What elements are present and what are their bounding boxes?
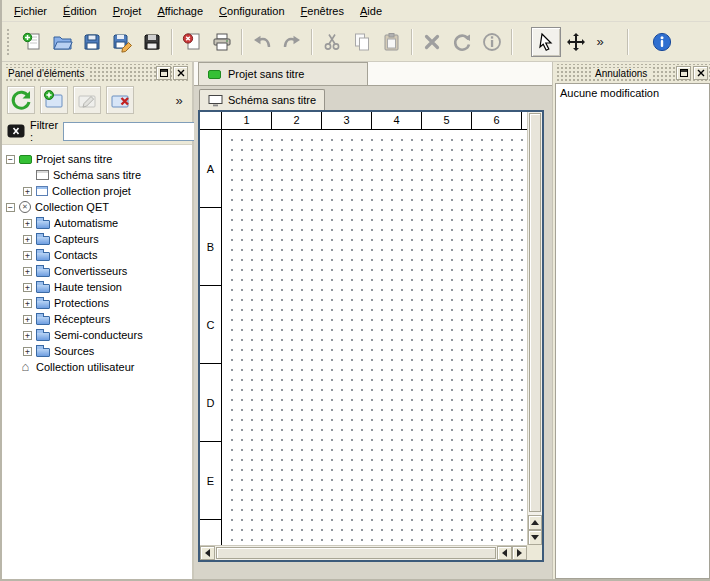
new-element-button[interactable] — [40, 86, 68, 114]
toolbar-overflow-button[interactable]: » — [591, 27, 609, 57]
tree-expander[interactable]: + — [23, 251, 32, 260]
save-all-button[interactable] — [137, 27, 167, 57]
save-as-button[interactable] — [107, 27, 137, 57]
select-tool-button[interactable] — [531, 27, 561, 57]
tree-item-label[interactable]: Schéma sans titre — [53, 169, 141, 181]
tree-expander[interactable]: + — [23, 267, 32, 276]
tree-item-label[interactable]: Protections — [54, 297, 109, 309]
tree-expander[interactable]: − — [6, 155, 15, 164]
about-button[interactable] — [647, 27, 677, 57]
vertical-scrollbar[interactable] — [527, 112, 542, 545]
filter-input[interactable] — [63, 122, 213, 141]
clear-filter-button[interactable] — [7, 123, 25, 139]
tree-item-label[interactable]: Sources — [54, 345, 94, 357]
conductor-info-button[interactable] — [477, 27, 507, 57]
tree-item[interactable]: + Récepteurs — [2, 311, 192, 327]
paste-button[interactable] — [377, 27, 407, 57]
tree-item-label[interactable]: Convertisseurs — [54, 265, 127, 277]
tree-item[interactable]: − Collection QET — [2, 199, 192, 215]
menu-item[interactable]: Aide — [352, 2, 390, 20]
scroll-up-button[interactable] — [528, 515, 542, 530]
menu-item[interactable]: Affichage — [149, 2, 211, 20]
tree-item[interactable]: + Collection projet — [2, 183, 192, 199]
tree-expander[interactable]: + — [23, 347, 32, 356]
tree-item-label[interactable]: Collection QET — [35, 201, 109, 213]
menu-item[interactable]: Projet — [105, 2, 150, 20]
tree-expander[interactable]: + — [23, 315, 32, 324]
undo-panel-titlebar[interactable]: Annulations — [555, 64, 710, 82]
close-panel-button[interactable] — [173, 66, 188, 80]
redo-button[interactable] — [277, 27, 307, 57]
scroll-left-button[interactable] — [200, 546, 215, 560]
tree-expander[interactable]: + — [23, 187, 32, 196]
tree-item-label[interactable]: Automatisme — [54, 217, 118, 229]
tree-item[interactable]: Collection utilisateur — [2, 359, 192, 375]
clear-filter-icon — [7, 124, 25, 138]
tree-item-label[interactable]: Haute tension — [54, 281, 122, 293]
tree-item-label[interactable]: Collection utilisateur — [36, 361, 134, 373]
tree-item[interactable]: + Automatisme — [2, 215, 192, 231]
tree-item[interactable]: + Protections — [2, 295, 192, 311]
tree-item[interactable]: + Convertisseurs — [2, 263, 192, 279]
tree-item[interactable]: − Projet sans titre — [2, 151, 192, 167]
edit-element-icon — [75, 88, 99, 112]
project-tab[interactable]: Projet sans titre — [198, 62, 368, 85]
project-tabbar: Projet sans titre — [194, 62, 552, 86]
tree-item[interactable]: + Capteurs — [2, 231, 192, 247]
tree-expander[interactable]: + — [23, 219, 32, 228]
scroll-right-button[interactable] — [512, 546, 527, 560]
tree-expander[interactable]: − — [6, 203, 15, 212]
cut-button[interactable] — [317, 27, 347, 57]
schema-tab[interactable]: Schéma sans titre — [199, 89, 325, 110]
elements-panel-titlebar[interactable]: Panel d'éléments — [4, 64, 190, 82]
tree-expander[interactable]: + — [23, 283, 32, 292]
tree-item-label[interactable]: Collection projet — [52, 185, 131, 197]
tree-item-label[interactable]: Semi-conducteurs — [54, 329, 143, 341]
diagram-canvas[interactable] — [223, 131, 527, 545]
tree-item-label[interactable]: Projet sans titre — [36, 153, 112, 165]
edit-element-button[interactable] — [73, 86, 101, 114]
horizontal-scrollbar-thumb[interactable] — [216, 547, 496, 559]
menu-item[interactable]: Fenêtres — [293, 2, 352, 20]
copy-button[interactable] — [347, 27, 377, 57]
tree-expander[interactable]: + — [23, 299, 32, 308]
delete-button[interactable] — [417, 27, 447, 57]
open-file-button[interactable] — [47, 27, 77, 57]
close-file-button[interactable] — [177, 27, 207, 57]
toolbar-grip[interactable] — [7, 29, 12, 55]
horizontal-scrollbar[interactable] — [200, 545, 527, 560]
float-panel-button[interactable] — [676, 66, 691, 80]
scroll-down-button[interactable] — [528, 530, 542, 545]
delete-element-button[interactable] — [106, 86, 134, 114]
reload-collections-icon — [9, 88, 33, 112]
main-toolbar: » — [2, 22, 710, 62]
tree-item[interactable]: + Haute tension — [2, 279, 192, 295]
tree-item-label[interactable]: Récepteurs — [54, 313, 110, 325]
reload-collections-button[interactable] — [7, 86, 35, 114]
tree-item[interactable]: + Sources — [2, 343, 192, 359]
tree-expander[interactable]: + — [23, 235, 32, 244]
vertical-scrollbar-thumb[interactable] — [529, 113, 541, 512]
menu-item[interactable]: Édition — [55, 2, 105, 20]
tree-expander[interactable] — [6, 363, 15, 372]
column-header: 5 — [422, 112, 472, 129]
print-button[interactable] — [207, 27, 237, 57]
tree-item[interactable]: + Contacts — [2, 247, 192, 263]
new-file-button[interactable] — [17, 27, 47, 57]
panel-toolbar-overflow-button[interactable]: » — [171, 86, 187, 114]
save-button[interactable] — [77, 27, 107, 57]
menu-item[interactable]: Fichier — [6, 2, 55, 20]
tree-expander[interactable] — [23, 171, 32, 180]
scroll-left-button-2[interactable] — [497, 546, 512, 560]
float-panel-button[interactable] — [156, 66, 171, 80]
tree-item-label[interactable]: Contacts — [54, 249, 97, 261]
menu-item[interactable]: Configuration — [211, 2, 292, 20]
close-panel-button[interactable] — [693, 66, 708, 80]
tree-item[interactable]: + Semi-conducteurs — [2, 327, 192, 343]
rotate-button[interactable] — [447, 27, 477, 57]
tree-item[interactable]: Schéma sans titre — [2, 167, 192, 183]
tree-expander[interactable]: + — [23, 331, 32, 340]
undo-button[interactable] — [247, 27, 277, 57]
tree-item-label[interactable]: Capteurs — [54, 233, 99, 245]
move-tool-button[interactable] — [561, 27, 591, 57]
